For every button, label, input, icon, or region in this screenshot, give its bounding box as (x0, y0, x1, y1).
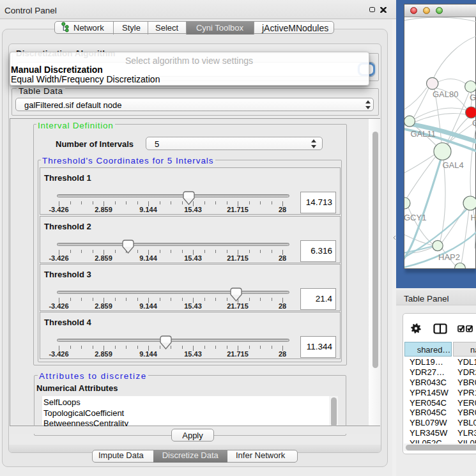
svg-text:GA: GA (470, 93, 476, 102)
svg-text:GAL11: GAL11 (411, 129, 436, 139)
svg-text:C: C (472, 118, 476, 128)
svg-text:GCY1: GCY1 (404, 213, 426, 222)
svg-text:HAP2: HAP2 (438, 252, 460, 262)
svg-text:GAL4: GAL4 (443, 160, 464, 170)
svg-text:H: H (471, 213, 476, 222)
svg-text:GAL80: GAL80 (433, 89, 458, 99)
